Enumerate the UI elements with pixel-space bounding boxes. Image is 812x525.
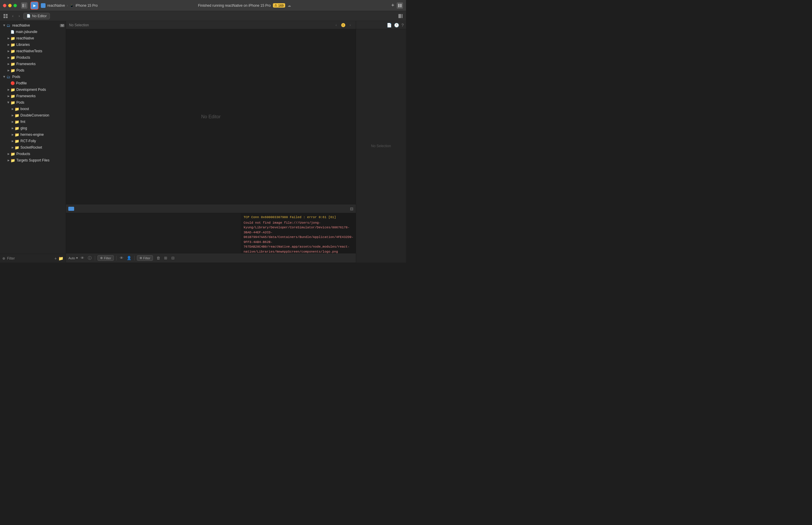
clock-icon[interactable]: 🕐 — [394, 23, 399, 28]
sidebar-footer: ⊕ Filter + 📁 — [0, 254, 66, 262]
content-area: No Selection ‹ ! › No Editor ⊟ TCP Conn … — [66, 21, 355, 262]
inspector-main: No Selection — [356, 29, 406, 262]
warning-badge[interactable]: ⚠ 169 — [273, 3, 285, 7]
sidebar-item-pods-inner[interactable]: ▶ 📁 Pods — [0, 99, 66, 106]
maximize-button[interactable] — [13, 4, 17, 7]
chevron-icon: ▶ — [11, 133, 15, 136]
divider-2 — [116, 256, 117, 260]
sidebar-item-fmt[interactable]: ▶ 📁 fmt — [0, 119, 66, 125]
sidebar-item-pods-root[interactable]: ▶ 🗂 Pods — [0, 74, 66, 80]
eye-icon-right[interactable]: 👁 — [119, 255, 125, 261]
sidebar-item-libraries[interactable]: ▶ 📁 Libraries — [0, 42, 66, 48]
no-editor-label: No Editor — [32, 14, 47, 18]
add-file-button[interactable]: + — [54, 256, 57, 261]
chevron-icon: ▶ — [11, 107, 15, 110]
debug-line: Could not find image file:///Users/jong-… — [243, 221, 353, 253]
folder-icon: 📁 — [11, 36, 15, 40]
sidebar-item-targets-support-files[interactable]: ▶ 📁 Targets Support Files — [0, 157, 66, 164]
filter-input[interactable]: Filter — [7, 256, 52, 260]
no-editor-label: No Editor — [201, 114, 221, 119]
sidebar-item-boost[interactable]: ▶ 📁 boost — [0, 106, 66, 112]
inspector-no-selection: No Selection — [371, 144, 391, 148]
grid-icon[interactable] — [2, 13, 9, 19]
traffic-lights — [3, 4, 17, 7]
sidebar-item-frameworks-2[interactable]: ▶ 📁 Frameworks — [0, 93, 66, 99]
folder-icon: 📁 — [15, 146, 19, 150]
debug-indicator — [68, 207, 74, 211]
divider-3 — [134, 256, 135, 260]
sidebar-item-products-1[interactable]: ▶ 📁 Products — [0, 54, 66, 61]
debug-area: ⊟ TCP Conn 0x600003307980 Failed : error… — [66, 204, 355, 262]
title-bar: ▶ reactNative › 📱 iPhone 15 Pro Finished… — [0, 0, 406, 11]
collapse-debug-button[interactable]: ⊟ — [350, 207, 353, 211]
inspector-toggle-icon[interactable] — [397, 13, 404, 19]
chevron-icon: ▶ — [6, 69, 11, 72]
item-label: SocketRocket — [20, 146, 66, 150]
sidebar-item-reactnativetests[interactable]: ▶ 📁 reactNativeTests — [0, 48, 66, 54]
help-icon[interactable]: ? — [401, 23, 404, 28]
main-container: ▶ 🗂 reactNative M 📄 main.jsbundle ▶ 📁 re… — [0, 21, 406, 262]
filter-button-left[interactable]: ⊕ Filter — [97, 255, 113, 261]
inspector-panel: 📄 🕐 ? No Selection — [356, 21, 406, 262]
split-view-icon[interactable]: ⊞ — [163, 255, 168, 261]
sidebar-item-reactnative[interactable]: ▶ 📁 reactNative — [0, 35, 66, 42]
chevron-icon: ▶ — [11, 114, 15, 117]
chevron-icon: ▶ — [6, 50, 11, 52]
sidebar-item-podfile[interactable]: 🔴 Podfile — [0, 80, 66, 87]
folder-icon: 📁 — [11, 152, 15, 156]
sidebar-item-glog[interactable]: ▶ 📁 glog — [0, 125, 66, 131]
folder-icon: 📁 — [11, 49, 15, 53]
trash-icon[interactable]: 🗑 — [155, 255, 161, 261]
sidebar-item-main-jsbundle[interactable]: 📄 main.jsbundle — [0, 29, 66, 35]
forward-button[interactable]: › — [16, 13, 22, 19]
separator: › — [67, 3, 68, 7]
info-icon[interactable]: ⓘ — [87, 255, 93, 261]
debug-toolbar: ⊟ — [66, 205, 355, 213]
split-editor-button[interactable] — [397, 2, 403, 9]
editor-back-button[interactable]: ‹ — [334, 22, 339, 28]
panel-icon[interactable]: ⊟ — [170, 255, 176, 261]
chevron-icon: ▶ — [11, 120, 15, 123]
status-bar-center: Finished running reactNative on iPhone 1… — [100, 3, 389, 7]
item-label: DoubleConversion — [20, 113, 66, 117]
eye-icon[interactable]: 👁 — [79, 255, 85, 261]
sidebar-item-frameworks-1[interactable]: ▶ 📁 Frameworks — [0, 61, 66, 67]
auto-selector[interactable]: Auto ▾ — [68, 256, 78, 260]
close-button[interactable] — [3, 4, 6, 7]
folder-icon: 📁 — [15, 139, 19, 143]
filter-button-right[interactable]: ⊕ Filter — [137, 255, 153, 261]
sidebar-item-doubleconversion[interactable]: ▶ 📁 DoubleConversion — [0, 112, 66, 119]
item-label: Pods — [16, 68, 66, 72]
debug-left-panel — [66, 213, 241, 253]
file-icon: 📄 — [27, 14, 31, 18]
folder-icon: 📁 — [15, 120, 19, 124]
folder-icon: 📁 — [11, 158, 15, 162]
warning-indicator[interactable]: ! — [341, 23, 345, 27]
debug-footer-extras: 🗑 ⊞ ⊟ — [155, 255, 176, 261]
toolbar: ‹ › 📄 No Editor — [0, 11, 406, 21]
svg-rect-5 — [6, 14, 7, 16]
sidebar-item-development-pods[interactable]: ▶ 📁 Development Pods — [0, 87, 66, 93]
person-icon[interactable]: 👤 — [126, 255, 132, 261]
no-editor-tab[interactable]: 📄 No Editor — [24, 13, 50, 19]
minimize-button[interactable] — [8, 4, 12, 7]
title-bar-right: + — [391, 2, 403, 9]
sidebar-toggle-button[interactable] — [21, 2, 28, 9]
run-button[interactable]: ▶ — [30, 1, 39, 10]
scheme-selector[interactable]: reactNative › 📱 iPhone 15 Pro — [41, 3, 98, 8]
item-label: RCT-Folly — [20, 139, 66, 143]
new-file-icon[interactable]: 📄 — [387, 23, 392, 28]
sidebar-item-hermes-engine[interactable]: ▶ 📁 hermes-engine — [0, 131, 66, 138]
svg-rect-1 — [24, 4, 26, 7]
sidebar-item-socketrocket[interactable]: ▶ 📁 SocketRocket — [0, 144, 66, 151]
editor-forward-button[interactable]: › — [348, 22, 353, 28]
sidebar-item-reactnative-root[interactable]: ▶ 🗂 reactNative M — [0, 22, 66, 29]
sidebar-item-pods-1[interactable]: ▶ 📁 Pods — [0, 67, 66, 74]
add-tab-button[interactable]: + — [391, 2, 394, 9]
back-button[interactable]: ‹ — [10, 13, 16, 19]
sidebar-item-rct-folly[interactable]: ▶ 📁 RCT-Folly — [0, 138, 66, 144]
folder-button[interactable]: 📁 — [58, 256, 63, 261]
svg-rect-2 — [398, 4, 400, 7]
sidebar-item-products-2[interactable]: ▶ 📁 Products — [0, 151, 66, 157]
folder-icon: 📁 — [15, 107, 19, 111]
